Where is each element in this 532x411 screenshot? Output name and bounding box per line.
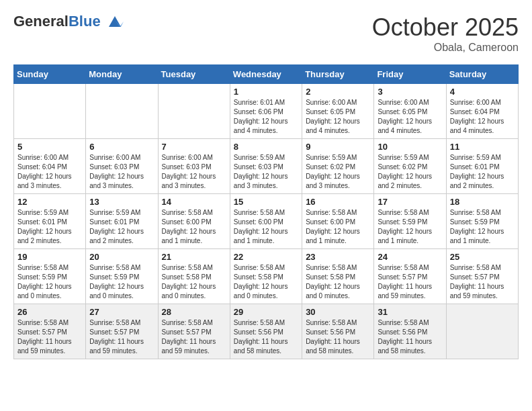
day-info: Sunrise: 6:00 AM Sunset: 6:03 PM Dayligh… (162, 153, 226, 191)
day-info: Sunrise: 5:58 AM Sunset: 6:00 PM Dayligh… (234, 208, 298, 246)
calendar-cell: 28Sunrise: 5:58 AM Sunset: 5:57 PM Dayli… (158, 304, 230, 359)
calendar-cell: 29Sunrise: 5:58 AM Sunset: 5:56 PM Dayli… (230, 304, 302, 359)
logo-blue: Blue (69, 13, 101, 30)
day-number: 13 (89, 197, 154, 207)
day-info: Sunrise: 5:58 AM Sunset: 5:58 PM Dayligh… (234, 263, 298, 301)
page-header: GeneralBlue October 2025 Obala, Cameroon (13, 13, 519, 54)
day-number: 30 (306, 307, 370, 317)
day-number: 16 (306, 197, 370, 207)
day-number: 26 (17, 307, 82, 317)
day-number: 17 (378, 197, 442, 207)
calendar-cell: 22Sunrise: 5:58 AM Sunset: 5:58 PM Dayli… (230, 249, 302, 304)
weekday-header: Friday (374, 65, 446, 84)
day-number: 31 (378, 307, 442, 317)
day-number: 4 (450, 87, 515, 97)
calendar-cell: 5Sunrise: 6:00 AM Sunset: 6:04 PM Daylig… (14, 139, 86, 194)
calendar-cell: 18Sunrise: 5:58 AM Sunset: 5:59 PM Dayli… (446, 194, 518, 249)
day-info: Sunrise: 5:58 AM Sunset: 6:00 PM Dayligh… (162, 208, 226, 246)
title-block: October 2025 Obala, Cameroon (372, 13, 519, 54)
calendar-cell: 9Sunrise: 5:59 AM Sunset: 6:02 PM Daylig… (302, 139, 374, 194)
day-info: Sunrise: 5:59 AM Sunset: 6:01 PM Dayligh… (17, 208, 82, 246)
calendar-cell: 6Sunrise: 6:00 AM Sunset: 6:03 PM Daylig… (86, 139, 158, 194)
day-info: Sunrise: 5:58 AM Sunset: 5:57 PM Dayligh… (378, 263, 442, 301)
day-info: Sunrise: 5:59 AM Sunset: 6:02 PM Dayligh… (306, 153, 370, 191)
calendar-cell: 30Sunrise: 5:58 AM Sunset: 5:56 PM Dayli… (302, 304, 374, 359)
day-info: Sunrise: 5:58 AM Sunset: 5:56 PM Dayligh… (378, 318, 442, 356)
day-number: 23 (306, 252, 370, 262)
calendar-cell (158, 84, 230, 139)
calendar-cell: 16Sunrise: 5:58 AM Sunset: 6:00 PM Dayli… (302, 194, 374, 249)
day-number: 27 (89, 307, 154, 317)
calendar-cell: 1Sunrise: 6:01 AM Sunset: 6:06 PM Daylig… (230, 84, 302, 139)
day-info: Sunrise: 6:00 AM Sunset: 6:05 PM Dayligh… (306, 98, 370, 136)
calendar-cell: 20Sunrise: 5:58 AM Sunset: 5:59 PM Dayli… (86, 249, 158, 304)
calendar-cell: 14Sunrise: 5:58 AM Sunset: 6:00 PM Dayli… (158, 194, 230, 249)
calendar-week-row: 19Sunrise: 5:58 AM Sunset: 5:59 PM Dayli… (14, 249, 519, 304)
logo: GeneralBlue (13, 13, 124, 30)
day-number: 6 (89, 142, 154, 152)
day-number: 15 (234, 197, 298, 207)
calendar-cell: 3Sunrise: 6:00 AM Sunset: 6:05 PM Daylig… (374, 84, 446, 139)
calendar-cell: 4Sunrise: 6:00 AM Sunset: 6:04 PM Daylig… (446, 84, 518, 139)
month-title: October 2025 (372, 13, 519, 42)
weekday-header: Saturday (446, 65, 518, 84)
day-info: Sunrise: 6:00 AM Sunset: 6:04 PM Dayligh… (450, 98, 515, 136)
day-number: 10 (378, 142, 442, 152)
weekday-header: Sunday (14, 65, 86, 84)
day-info: Sunrise: 5:59 AM Sunset: 6:02 PM Dayligh… (378, 153, 442, 191)
calendar-week-row: 26Sunrise: 5:58 AM Sunset: 5:57 PM Dayli… (14, 304, 519, 359)
calendar-cell: 2Sunrise: 6:00 AM Sunset: 6:05 PM Daylig… (302, 84, 374, 139)
calendar-cell: 13Sunrise: 5:59 AM Sunset: 6:01 PM Dayli… (86, 194, 158, 249)
day-info: Sunrise: 6:01 AM Sunset: 6:06 PM Dayligh… (234, 98, 298, 136)
day-number: 25 (450, 252, 515, 262)
day-number: 2 (306, 87, 370, 97)
day-number: 9 (306, 142, 370, 152)
day-info: Sunrise: 5:58 AM Sunset: 5:56 PM Dayligh… (234, 318, 298, 356)
calendar-cell: 25Sunrise: 5:58 AM Sunset: 5:57 PM Dayli… (446, 249, 518, 304)
calendar-cell: 24Sunrise: 5:58 AM Sunset: 5:57 PM Dayli… (374, 249, 446, 304)
calendar-cell: 23Sunrise: 5:58 AM Sunset: 5:58 PM Dayli… (302, 249, 374, 304)
location: Obala, Cameroon (372, 42, 519, 54)
calendar-cell: 31Sunrise: 5:58 AM Sunset: 5:56 PM Dayli… (374, 304, 446, 359)
day-info: Sunrise: 5:58 AM Sunset: 5:57 PM Dayligh… (17, 318, 82, 356)
day-info: Sunrise: 6:00 AM Sunset: 6:03 PM Dayligh… (89, 153, 154, 191)
weekday-header: Tuesday (158, 65, 230, 84)
calendar-cell (86, 84, 158, 139)
calendar-cell: 8Sunrise: 5:59 AM Sunset: 6:03 PM Daylig… (230, 139, 302, 194)
calendar-cell: 10Sunrise: 5:59 AM Sunset: 6:02 PM Dayli… (374, 139, 446, 194)
calendar-table: SundayMondayTuesdayWednesdayThursdayFrid… (13, 64, 519, 359)
day-info: Sunrise: 5:58 AM Sunset: 5:57 PM Dayligh… (450, 263, 515, 301)
day-number: 8 (234, 142, 298, 152)
day-info: Sunrise: 5:58 AM Sunset: 5:58 PM Dayligh… (306, 263, 370, 301)
day-info: Sunrise: 5:59 AM Sunset: 6:01 PM Dayligh… (450, 153, 515, 191)
day-info: Sunrise: 5:58 AM Sunset: 5:57 PM Dayligh… (89, 318, 154, 356)
day-number: 12 (17, 197, 82, 207)
day-number: 5 (17, 142, 82, 152)
day-info: Sunrise: 6:00 AM Sunset: 6:05 PM Dayligh… (378, 98, 442, 136)
calendar-cell: 11Sunrise: 5:59 AM Sunset: 6:01 PM Dayli… (446, 139, 518, 194)
day-info: Sunrise: 5:58 AM Sunset: 5:59 PM Dayligh… (378, 208, 442, 246)
calendar-cell (446, 304, 518, 359)
day-info: Sunrise: 5:58 AM Sunset: 5:56 PM Dayligh… (306, 318, 370, 356)
day-number: 19 (17, 252, 82, 262)
day-number: 1 (234, 87, 298, 97)
calendar-cell: 7Sunrise: 6:00 AM Sunset: 6:03 PM Daylig… (158, 139, 230, 194)
calendar-cell (14, 84, 86, 139)
weekday-header: Wednesday (230, 65, 302, 84)
weekday-header: Thursday (302, 65, 374, 84)
day-info: Sunrise: 5:58 AM Sunset: 5:57 PM Dayligh… (162, 318, 226, 356)
calendar-cell: 26Sunrise: 5:58 AM Sunset: 5:57 PM Dayli… (14, 304, 86, 359)
calendar-cell: 21Sunrise: 5:58 AM Sunset: 5:58 PM Dayli… (158, 249, 230, 304)
logo-icon (106, 15, 124, 30)
day-info: Sunrise: 5:58 AM Sunset: 5:59 PM Dayligh… (450, 208, 515, 246)
day-info: Sunrise: 5:58 AM Sunset: 5:59 PM Dayligh… (89, 263, 154, 301)
day-number: 28 (162, 307, 226, 317)
weekday-header: Monday (86, 65, 158, 84)
day-number: 14 (162, 197, 226, 207)
day-number: 20 (89, 252, 154, 262)
day-number: 7 (162, 142, 226, 152)
day-number: 18 (450, 197, 515, 207)
day-info: Sunrise: 5:59 AM Sunset: 6:01 PM Dayligh… (89, 208, 154, 246)
day-number: 11 (450, 142, 515, 152)
calendar-cell: 17Sunrise: 5:58 AM Sunset: 5:59 PM Dayli… (374, 194, 446, 249)
